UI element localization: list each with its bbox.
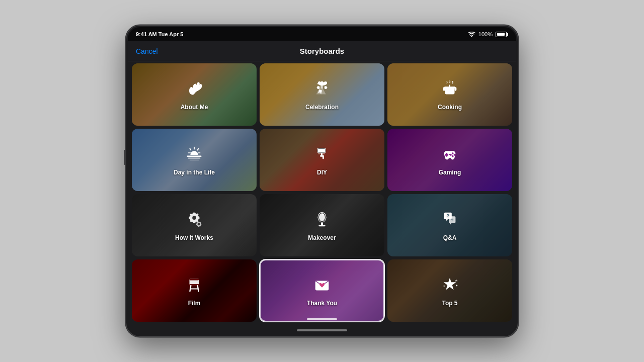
status-time: 9:41 AM Tue Apr 5 <box>136 31 183 37</box>
svg-rect-7 <box>443 87 445 91</box>
wifi-icon <box>468 32 475 37</box>
svg-rect-42 <box>190 279 199 280</box>
ipad-screen: 9:41 AM Tue Apr 5 100% <box>128 27 516 335</box>
battery-percent: 100% <box>478 31 493 37</box>
svg-rect-8 <box>455 87 457 91</box>
svg-point-31 <box>192 216 196 220</box>
nav-bar: Cancel Storyboards <box>128 41 516 61</box>
qa-icon: ? ? <box>440 210 459 231</box>
grid-item-qa[interactable]: ? ? Q&A <box>387 194 512 256</box>
grid-item-celebration[interactable]: Celebration <box>260 63 384 126</box>
svg-point-3 <box>325 82 327 84</box>
film-icon <box>185 275 204 297</box>
gears-icon <box>185 210 204 231</box>
grid-item-gaming[interactable]: Gaming <box>387 129 512 191</box>
top5-label: Top 5 <box>442 300 457 307</box>
paint-roller-icon <box>312 144 332 166</box>
svg-point-29 <box>452 155 454 157</box>
svg-rect-23 <box>318 153 325 154</box>
svg-rect-35 <box>321 222 323 225</box>
mirror-icon <box>312 210 332 231</box>
svg-line-11 <box>198 148 199 150</box>
svg-rect-25 <box>445 154 448 156</box>
film-label: Film <box>188 300 201 307</box>
svg-marker-48 <box>444 278 456 290</box>
svg-line-12 <box>190 148 191 150</box>
home-indicator <box>297 329 347 331</box>
wave-icon <box>185 79 204 101</box>
party-icon <box>312 79 332 101</box>
gamepad-icon <box>440 144 459 166</box>
svg-marker-50 <box>443 285 446 287</box>
makeover-label: Makeover <box>308 234 336 241</box>
svg-rect-9 <box>449 84 450 87</box>
pot-icon <box>440 79 459 101</box>
how-it-works-label: How It Works <box>175 234 213 241</box>
grid-item-top5[interactable]: Top 5 <box>387 259 512 322</box>
grid-item-thank-you[interactable]: Thank You <box>260 259 384 322</box>
scroll-indicator <box>307 318 337 320</box>
celebration-label: Celebration <box>305 104 339 111</box>
svg-point-2 <box>317 83 319 84</box>
nav-title: Storyboards <box>300 47 344 55</box>
svg-line-45 <box>198 285 199 291</box>
diy-label: DIY <box>317 169 327 176</box>
day-in-life-label: Day in the Life <box>174 169 215 176</box>
battery-icon <box>496 32 508 37</box>
svg-rect-22 <box>323 155 324 159</box>
grid-item-film[interactable]: Film <box>132 259 257 322</box>
cancel-button[interactable]: Cancel <box>136 47 158 55</box>
svg-text:?: ? <box>451 217 453 222</box>
svg-point-32 <box>198 223 200 225</box>
status-right: 100% <box>468 31 508 37</box>
qa-label: Q&A <box>443 234 457 241</box>
envelope-heart-icon <box>312 275 332 297</box>
svg-point-4 <box>319 81 320 82</box>
grid-item-day-in-life[interactable]: Day in the Life <box>132 129 257 191</box>
storyboard-grid: About Me <box>132 63 512 322</box>
grid-item-cooking[interactable]: Cooking <box>387 63 512 126</box>
grid-item-about-me[interactable]: About Me <box>132 63 257 126</box>
svg-rect-36 <box>318 225 325 226</box>
thank-you-label: Thank You <box>307 300 337 307</box>
sun-horizon-icon <box>185 144 204 166</box>
svg-line-44 <box>190 285 191 291</box>
gaming-label: Gaming <box>439 169 461 176</box>
cooking-label: Cooking <box>438 104 462 111</box>
star-icon <box>440 275 459 297</box>
grid-item-how-it-works[interactable]: How It Works <box>132 194 257 256</box>
about-me-label: About Me <box>181 104 208 111</box>
bottom-indicator <box>128 326 516 335</box>
svg-point-26 <box>452 152 454 154</box>
svg-point-0 <box>320 81 324 84</box>
svg-rect-30 <box>449 154 451 155</box>
grid-container: About Me <box>128 61 516 326</box>
ipad-frame: 9:41 AM Tue Apr 5 100% <box>126 25 518 337</box>
svg-rect-5 <box>445 87 455 94</box>
svg-point-27 <box>454 154 456 156</box>
grid-item-makeover[interactable]: Makeover <box>260 194 384 256</box>
grid-item-diy[interactable]: DIY <box>260 129 384 191</box>
status-bar: 9:41 AM Tue Apr 5 100% <box>128 27 516 41</box>
svg-marker-49 <box>455 279 457 281</box>
svg-text:?: ? <box>447 213 449 218</box>
